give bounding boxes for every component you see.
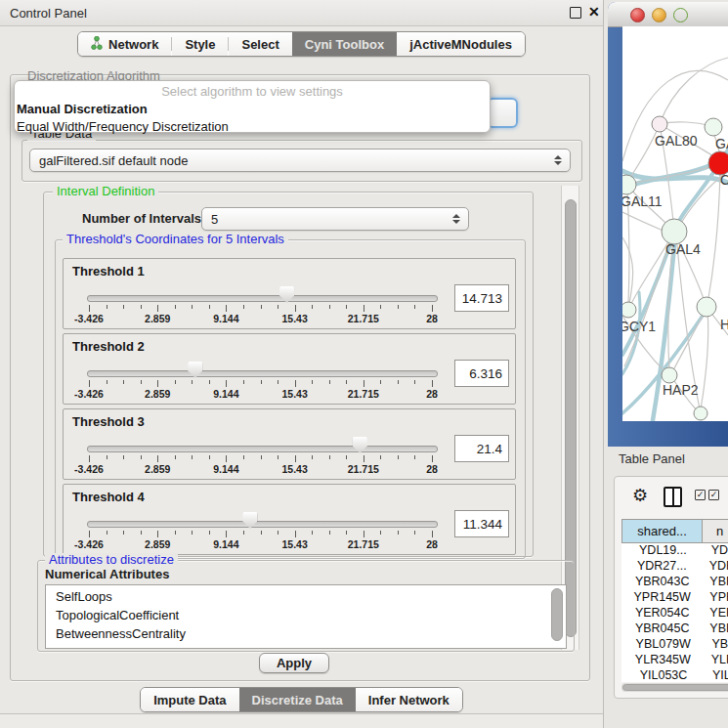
number-of-intervals-combobox[interactable]: 5 [201,207,469,231]
gear-icon: ⚙ [632,485,648,505]
tab-cyni-toolbox[interactable]: Cyni Toolbox [292,32,397,56]
numerical-attributes-list[interactable]: SelfLoopsTopologicalCoefficientBetweenne… [45,584,567,649]
attributes-to-discretize-label: Attributes to discretize [45,553,178,567]
table-row[interactable]: YER054CYER0 [621,606,728,621]
tab-select[interactable]: Select [229,32,291,56]
threshold-slider-track[interactable] [87,370,438,377]
threshold-value-field[interactable]: 11.344 [454,510,509,537]
tick-mark [209,380,210,384]
tab-label: Style [185,37,215,52]
tick-mark [414,531,415,535]
tab-discretize-data[interactable]: Discretize Data [239,688,356,711]
algorithm-dropdown-popup: Select algorithm to view settings Manual… [14,80,491,133]
network-node[interactable] [694,407,707,420]
table-row[interactable]: YDL19...YDL1 [621,543,728,559]
tick-mark [89,455,90,462]
tick-mark [312,305,313,309]
table-settings-button[interactable]: ⚙ [632,487,648,505]
network-node[interactable] [697,297,716,317]
table-cell-shared-name: YBR045C [621,621,703,637]
network-node[interactable] [705,118,722,136]
tick-mark [295,531,296,537]
tick-mark [295,305,296,312]
tick-mark [192,305,193,309]
threshold-panel: Threshold 1 -3.4262.8599.14415.4321.7152… [63,258,516,329]
table-row[interactable]: YBL079WYBL0 [621,637,728,653]
list-item[interactable]: SelfLoops [46,587,566,606]
table-horizontal-scrollbar-thumb[interactable] [622,684,728,691]
table-row[interactable]: YPR145WYPR1 [621,590,728,606]
number-of-intervals-value: 5 [211,212,218,227]
close-traffic-light-icon[interactable] [630,8,645,22]
combo-stepper-icon [452,214,460,224]
tab-impute-data[interactable]: Impute Data [141,688,238,711]
tick-label: 9.144 [213,463,238,475]
threshold-value-field[interactable]: 6.316 [454,360,509,387]
checkbox-checked-icon: ✓ [708,490,719,500]
threshold-value-field[interactable]: 14.713 [454,284,509,312]
tab-infer-network[interactable]: Infer Network [356,688,462,711]
table-row[interactable]: YDR27...YDR2 [621,559,728,575]
tick-mark [312,531,313,535]
list-item[interactable]: TopologicalCoefficient [46,606,566,624]
table-row[interactable]: YLR345WYLR3 [621,653,728,668]
network-node[interactable] [652,116,667,132]
threshold-slider-track[interactable] [87,446,438,452]
network-node[interactable] [662,367,677,383]
table-cell-name: YBL0 [705,637,728,653]
tick-mark [243,305,244,309]
table-row[interactable]: YBR045CYBR0 [621,621,728,637]
zoom-traffic-light-icon[interactable] [673,8,688,22]
table-data-combobox[interactable]: galFiltered.sif default node [29,149,571,172]
tick-mark [261,455,262,459]
split-columns-button[interactable] [664,487,682,507]
table-cell-name: YBR0 [703,575,728,590]
threshold-slider-track[interactable] [87,521,438,528]
threshold-panel: Threshold 4 -3.4262.8599.14415.4321.7152… [63,484,516,555]
network-node[interactable] [622,302,636,318]
float-window-icon[interactable] [570,7,581,19]
tick-mark [226,305,227,312]
tick-label: -3.426 [74,388,104,400]
apply-button[interactable]: Apply [259,653,329,673]
tick-label: -3.426 [74,313,104,324]
tick-mark [346,455,347,459]
table-header-name[interactable]: n [703,519,728,543]
minimize-traffic-light-icon[interactable] [652,8,666,22]
table-horizontal-scrollbar[interactable] [621,683,728,692]
tick-label: 28 [426,463,438,475]
screen: Control Panel ✕ NetworkStyleSelectCyni T… [0,0,728,728]
network-node-label: GCY1 [622,319,656,334]
network-window-titlebar[interactable] [608,2,728,27]
network-canvas[interactable]: GAL80GACGAL11GAL4GCY1HHAP2 [622,26,728,421]
tab-label: Impute Data [153,693,226,707]
table-row[interactable]: YIL053CYIL0 [621,668,728,682]
threshold-slider-track[interactable] [87,295,438,302]
list-item[interactable]: BetweennessCentrality [46,624,566,643]
algorithm-combobox[interactable] [487,98,518,128]
close-icon[interactable]: ✕ [588,4,600,20]
table-cell-name: YDR2 [703,559,728,575]
tick-mark [192,380,193,384]
top-tabstrip: NetworkStyleSelectCyni ToolboxjActiveMNo… [0,31,603,57]
table-header-shared-name[interactable]: shared... [621,519,703,543]
column-visibility-button[interactable]: ✓ ✓ [695,490,719,500]
table-header-row: shared... n [621,519,728,543]
network-node-label: GA [715,136,728,151]
tab-label: Network [108,37,158,52]
tick-mark [414,455,415,459]
tab-network[interactable]: Network [78,32,171,56]
table-row[interactable]: YBR043CYBR0 [621,575,728,590]
table-cell-shared-name: YER054C [621,606,703,621]
dropdown-option[interactable]: Equal Width/Frequency Discretization [15,118,490,136]
table-cell-name: YER0 [703,606,728,621]
tab-jactivemnodules[interactable]: jActiveMNodules [397,32,525,56]
attributes-scrollbar-thumb[interactable] [551,588,563,641]
tick-label: 15.43 [281,388,307,400]
tab-label: Discretize Data [252,693,343,707]
dropdown-option[interactable]: Manual Discretization [15,101,490,118]
table-cell-shared-name: YBL079W [621,637,705,653]
tab-style[interactable]: Style [172,32,228,56]
tick-mark [295,380,296,387]
threshold-value-field[interactable]: 21.4 [454,435,509,462]
